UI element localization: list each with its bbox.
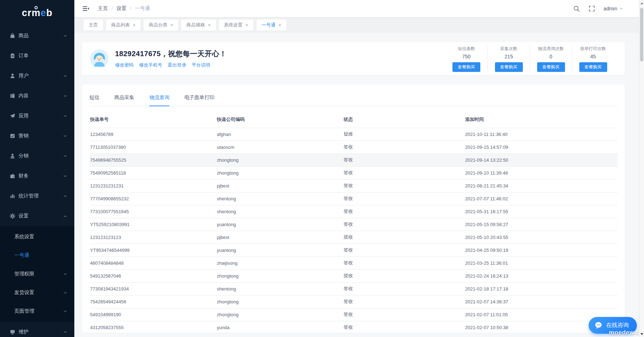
buy-package-button-logistics-count[interactable]: 套餐购买 (537, 62, 565, 72)
buy-package-button-collect-count[interactable]: 套餐购买 (495, 62, 523, 72)
scroll-up-arrow[interactable] (639, 1, 644, 6)
cell-added-time: 2021-02-07 14:36:37 (464, 295, 618, 308)
cell-tracking-no: YT5259210803991 (89, 218, 216, 231)
panel-tab-logistics-query[interactable]: 物流查询 (149, 94, 169, 106)
sidebar-item-statistics[interactable]: 统计管理 (0, 186, 74, 206)
tab-label: 商品规格 (186, 22, 205, 28)
breadcrumb-home[interactable]: 主页 (98, 5, 108, 12)
cell-added-time: 2021-02-18 17:17:18 (464, 282, 618, 295)
close-tab-icon[interactable]: × (170, 23, 173, 28)
user-menu[interactable]: admin (604, 6, 623, 11)
cell-status: 签收 (343, 205, 464, 218)
sidebar-subitem-page-management[interactable]: 页面管理 (0, 302, 74, 321)
sidebar-subitem-shipping-settings[interactable]: 发货设置 (0, 283, 74, 302)
buy-package-button-print-count[interactable]: 套餐购买 (579, 62, 607, 72)
panel-tab-goods-collect[interactable]: 商品采集 (114, 94, 134, 106)
stats: 短信条数750套餐购买采集次数215套餐购买物流查询次数0套餐购买面单打印次数4… (445, 45, 614, 73)
sidebar-item-goods[interactable]: 商品 (0, 26, 74, 46)
sidebar-item-maintain[interactable]: 维护 (0, 322, 74, 337)
cell-added-time: 2021-02-24 16:24:13 (464, 269, 618, 282)
sidebar-item-finance[interactable]: 财务 (0, 166, 74, 186)
table-row: 77113051037380utaoscm签收2021-09-15 14:57:… (89, 141, 618, 153)
sidebar: crmeb 商品订单用户内容应用营销分销财务统计管理设置系统设置一号通管理权限发… (0, 0, 74, 337)
column-header: 状态 (343, 111, 464, 128)
cell-company-code: zhongtong (216, 153, 343, 166)
panel-tab-e-sheet-print[interactable]: 电子面单打印 (184, 94, 214, 106)
breadcrumb-settings[interactable]: 设置 (117, 5, 127, 12)
chevron-down-icon (63, 94, 67, 98)
cell-tracking-no: 773081943421934 (89, 282, 216, 295)
sidebar-item-settings[interactable]: 设置 (0, 206, 74, 226)
sidebar-item-content[interactable]: 内容 (0, 86, 74, 106)
profile-link-change-password[interactable]: 修改密码 (115, 62, 134, 68)
sidebar-subitem-yihaotong[interactable]: 一号通 (0, 246, 74, 265)
cell-added-time: 2021-07-07 11:46:02 (464, 192, 618, 205)
cell-status: 疑难 (343, 128, 464, 141)
buy-package-button-sms-count[interactable]: 套餐购买 (452, 62, 480, 72)
cell-company-code: shentong (216, 282, 343, 295)
cell-tracking-no: 77113051037380 (89, 141, 216, 153)
close-tab-icon[interactable]: × (133, 23, 135, 28)
sidebar-subitem-system-settings[interactable]: 系统设置 (0, 228, 74, 246)
cell-status: 签收 (343, 166, 464, 179)
tab-system-settings[interactable]: 系统设置× (219, 20, 253, 30)
cell-tracking-no: 4607408484848 (89, 257, 216, 269)
collapse-menu-icon[interactable] (82, 5, 89, 12)
stat-value: 750 (462, 54, 470, 59)
chevron-down-icon (619, 7, 623, 11)
tab-yihaotong[interactable]: 一号通× (257, 20, 286, 30)
cell-company-code: pjbest (216, 179, 343, 192)
chat-button[interactable]: 在线咨询 (589, 317, 637, 334)
profile-link-platform-info[interactable]: 平台说明 (192, 62, 210, 68)
monitor-icon (10, 329, 15, 335)
fullscreen-icon[interactable] (589, 5, 595, 12)
cell-status: 签收 (343, 179, 464, 192)
close-tab-icon[interactable]: × (246, 23, 248, 28)
tab-goods-category[interactable]: 商品分类× (144, 20, 178, 30)
profile-info: 18292417675，祝您每一天开心！ 修改密码修改手机号退出登录平台说明 (115, 49, 227, 68)
cell-tracking-no: 123456789 (89, 128, 216, 141)
cell-tracking-no: 4312058237555 (89, 321, 216, 333)
sidebar-item-apps[interactable]: 应用 (0, 106, 74, 126)
chevron-down-icon (63, 309, 67, 313)
sidebar-item-orders[interactable]: 订单 (0, 46, 74, 66)
cell-tracking-no: 75426549424456 (89, 295, 216, 308)
search-icon[interactable] (573, 5, 580, 12)
profile-links: 修改密码修改手机号退出登录平台说明 (115, 62, 227, 68)
cell-added-time: 2021-08-21 21:45:34 (464, 179, 618, 192)
chevron-down-icon (63, 74, 67, 78)
scroll-thumb[interactable] (640, 8, 643, 62)
cell-added-time: 2021-09-15 14:57:09 (464, 141, 618, 153)
stat-label: 采集次数 (500, 46, 517, 52)
chat-label: 在线咨询 (606, 322, 629, 329)
cell-tracking-no: 123123123123 (89, 231, 216, 244)
gear-icon (10, 213, 15, 219)
sidebar-item-distribution[interactable]: 分销 (0, 146, 74, 166)
cell-status: 揽收 (343, 231, 464, 244)
sidebar-item-marketing[interactable]: 营销 (0, 126, 74, 146)
cell-status: 签收 (343, 218, 464, 231)
panel-tab-sms[interactable]: 短信 (89, 94, 99, 106)
cell-status: 签收 (343, 308, 464, 321)
sidebar-item-label: 应用 (19, 113, 29, 119)
close-tab-icon[interactable]: × (208, 23, 210, 28)
chevron-down-icon (63, 330, 67, 334)
tab-goods-spec[interactable]: 商品规格× (181, 20, 216, 30)
chat-bubble-icon (594, 321, 603, 329)
tab-goods-list[interactable]: 商品列表× (106, 20, 140, 30)
table-row: 773081943421934shentong签收2021-02-18 17:1… (89, 282, 618, 295)
close-tab-icon[interactable]: × (278, 23, 281, 28)
table-row: 777049908655232shentong签收2021-07-07 11:4… (89, 192, 618, 205)
tab-label: 商品分类 (149, 22, 167, 28)
sidebar-item-users[interactable]: 用户 (0, 66, 74, 86)
scroll-down-arrow[interactable] (639, 331, 644, 336)
user-name: admin (604, 6, 617, 11)
table-row: 75426549424456zhongtong签收2021-02-07 14:3… (89, 295, 618, 308)
cell-company-code: utaoscm (216, 141, 343, 153)
profile-link-change-phone[interactable]: 修改手机号 (139, 62, 162, 68)
chevron-up-icon (63, 214, 67, 218)
profile-link-logout[interactable]: 退出登录 (168, 62, 186, 68)
tab-home[interactable]: 主页 (84, 20, 103, 30)
sidebar-subitem-admin-rights[interactable]: 管理权限 (0, 265, 74, 283)
cell-company-code: zhongtong (216, 295, 343, 308)
